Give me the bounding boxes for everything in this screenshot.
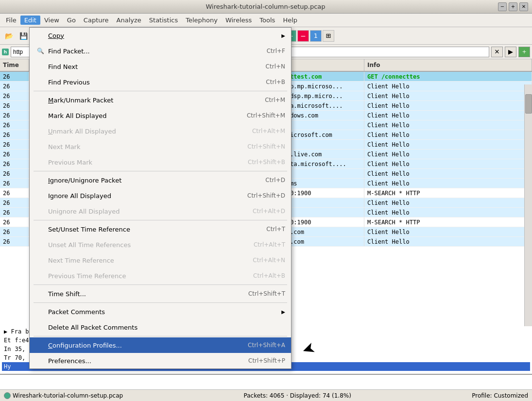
menu-item-label: Unignore All Displayed [48, 208, 243, 215]
menu-capture[interactable]: Capture [80, 16, 113, 25]
menu-wireless[interactable]: Wireless [222, 16, 256, 25]
menu-item-unset-all-time[interactable]: Unset All Time References Ctrl+Alt+T [30, 237, 291, 252]
menu-file[interactable]: File [2, 16, 20, 25]
menu-item-label: Time Shift... [48, 290, 239, 298]
menu-item-label: Next Mark [48, 143, 238, 150]
menu-item-label: Preferences... [48, 357, 239, 365]
menu-item-shortcut: Ctrl+Shift+P [248, 357, 285, 364]
menu-item-copy[interactable]: Copy [30, 28, 291, 43]
menu-item-label: Unset All Time References [48, 241, 244, 249]
menu-item-delete-comments[interactable]: Delete All Packet Comments [30, 319, 291, 335]
menu-item-time-shift[interactable]: Time Shift... Ctrl+Shift+T [30, 286, 291, 301]
menu-item-next-mark[interactable]: Next Mark Ctrl+Shift+N [30, 139, 291, 154]
menu-item-label: Set/Unset Time Reference [48, 226, 257, 233]
menu-item-label: Copy [48, 32, 270, 39]
menu-item-shortcut: Ctrl+D [265, 177, 285, 184]
dropdown-overlay: Copy 🔍 Find Packet... Ctrl+F Find Next C… [0, 27, 532, 401]
maximize-button[interactable]: + [509, 2, 517, 11]
menu-item-ignore-unignore[interactable]: Ignore/Unignore Packet Ctrl+D [30, 172, 291, 188]
minimize-button[interactable]: − [498, 2, 507, 11]
menu-item-config-profiles[interactable]: Configuration Profiles... Ctrl+Shift+A ➤ [30, 337, 291, 353]
menu-item-label: Unmark All Displayed [48, 128, 242, 135]
menu-view[interactable]: View [40, 16, 63, 25]
menu-item-label: Packet Comments [48, 308, 270, 316]
menu-item-label: Find Packet... [48, 48, 257, 55]
menu-item-label: Previous Mark [48, 159, 238, 166]
menu-item-shortcut: Ctrl+Alt+T [254, 241, 285, 248]
menu-separator [34, 336, 287, 336]
menu-item-label: Ignore/Unignore Packet [48, 177, 256, 184]
menu-item-find-packet[interactable]: 🔍 Find Packet... Ctrl+F [30, 43, 291, 59]
window-title: Wireshark-tutorial-column-setup.pcap [33, 3, 498, 10]
menu-item-preferences[interactable]: Preferences... Ctrl+Shift+P [30, 353, 291, 368]
menu-item-shortcut: Ctrl+T [266, 226, 285, 233]
close-button[interactable]: ✕ [519, 2, 528, 11]
menu-item-shortcut: Ctrl+Alt+B [253, 272, 285, 279]
menu-statistics[interactable]: Statistics [145, 16, 182, 25]
menu-analyze[interactable]: Analyze [113, 16, 145, 25]
menu-separator [34, 171, 287, 171]
menu-tools[interactable]: Tools [256, 16, 279, 25]
menu-item-shortcut: Ctrl+Shift+M [247, 112, 285, 119]
menu-item-shortcut: Ctrl+M [265, 97, 285, 103]
menu-item-shortcut: Ctrl+Shift+B [248, 159, 285, 166]
menu-item-mark-unmark[interactable]: Mark/Unmark Packet Ctrl+M [30, 92, 291, 108]
menu-item-label: Next Time Reference [48, 257, 243, 264]
menu-item-label: Find Next [48, 63, 256, 70]
menu-item-next-time-ref[interactable]: Next Time Reference Ctrl+Alt+N [30, 252, 291, 268]
menu-separator [34, 91, 287, 91]
menu-item-label: Mark All Displayed [48, 112, 237, 119]
menu-item-prev-mark[interactable]: Previous Mark Ctrl+Shift+B [30, 154, 291, 170]
menu-item-label: Mark/Unmark Packet [48, 97, 255, 104]
search-icon: 🔍 [35, 48, 45, 54]
window-controls: − + ✕ [498, 2, 528, 11]
title-bar: Wireshark-tutorial-column-setup.pcap − +… [0, 0, 532, 14]
menu-item-shortcut: Ctrl+Alt+N [253, 257, 285, 264]
menu-item-label: Previous Time Reference [48, 272, 243, 280]
edit-menu: Copy 🔍 Find Packet... Ctrl+F Find Next C… [29, 27, 292, 369]
menu-item-find-previous[interactable]: Find Previous Ctrl+B [30, 74, 291, 90]
menu-item-shortcut: Ctrl+Alt+D [253, 208, 285, 215]
menu-item-shortcut: Ctrl+Shift+T [248, 290, 285, 297]
menu-item-shortcut: Ctrl+F [267, 48, 285, 54]
menu-item-label: Find Previous [48, 79, 256, 86]
menu-item-shortcut: Ctrl+B [266, 79, 285, 85]
menu-item-shortcut: Ctrl+Alt+M [252, 128, 285, 134]
menu-item-ignore-all[interactable]: Ignore All Displayed Ctrl+Shift+D [30, 188, 291, 203]
menu-item-unignore-all[interactable]: Unignore All Displayed Ctrl+Alt+D [30, 203, 291, 219]
menu-separator [34, 220, 287, 220]
menu-bar: File Edit View Go Capture Analyze Statis… [0, 14, 532, 27]
menu-item-label: Ignore All Displayed [48, 192, 238, 200]
menu-edit[interactable]: Edit [20, 16, 40, 25]
menu-item-shortcut: Ctrl+Shift+D [247, 192, 285, 199]
menu-go[interactable]: Go [63, 16, 80, 25]
menu-item-prev-time-ref[interactable]: Previous Time Reference Ctrl+Alt+B [30, 268, 291, 284]
arrow-indicator: ➤ [299, 339, 318, 361]
menu-item-shortcut: Ctrl+N [266, 63, 285, 70]
menu-separator [34, 284, 287, 285]
menu-separator [34, 302, 287, 303]
menu-help[interactable]: Help [279, 16, 301, 25]
menu-item-find-next[interactable]: Find Next Ctrl+N [30, 59, 291, 74]
menu-item-shortcut: Ctrl+Shift+A [248, 342, 285, 349]
menu-item-label: Configuration Profiles... [48, 342, 238, 349]
menu-item-set-time-ref[interactable]: Set/Unset Time Reference Ctrl+T [30, 221, 291, 237]
menu-telephony[interactable]: Telephony [182, 16, 222, 25]
menu-item-unmark-all[interactable]: Unmark All Displayed Ctrl+Alt+M [30, 123, 291, 139]
menu-item-packet-comments[interactable]: Packet Comments [30, 304, 291, 319]
menu-item-mark-all[interactable]: Mark All Displayed Ctrl+Shift+M [30, 108, 291, 123]
menu-item-label: Delete All Packet Comments [48, 324, 275, 331]
menu-item-shortcut: Ctrl+Shift+N [247, 143, 285, 150]
